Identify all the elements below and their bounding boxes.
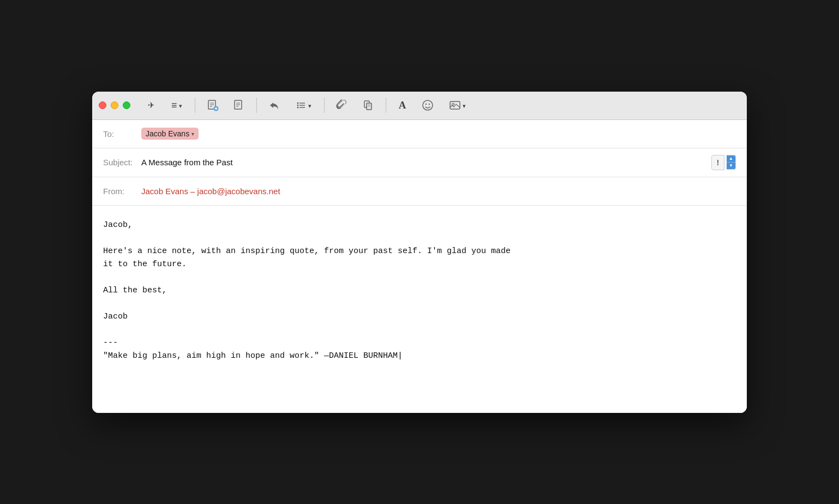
priority-controls: ! ▲ ▼ <box>711 155 736 170</box>
recipient-chevron-icon: ▾ <box>191 131 194 137</box>
svg-point-11 <box>297 103 298 104</box>
attach2-button[interactable] <box>357 95 379 115</box>
svg-point-23 <box>428 104 429 105</box>
separator-2 <box>256 98 257 113</box>
font-button[interactable]: A <box>393 95 412 115</box>
from-value[interactable]: Jacob Evans – jacob@jacobevans.net <box>141 187 280 196</box>
from-label: From: <box>103 187 141 196</box>
close-button[interactable] <box>99 101 106 109</box>
reply-button[interactable] <box>263 95 285 115</box>
subject-row: Subject: A Message from the Past ! ▲ ▼ <box>92 148 747 177</box>
traffic-lights <box>99 101 130 109</box>
minimize-button[interactable] <box>111 101 118 109</box>
attach-icon <box>336 99 348 111</box>
chevron-down-icon <box>179 100 182 110</box>
separator-1 <box>195 98 195 113</box>
bullet-list-button[interactable] <box>290 95 317 115</box>
photo-button[interactable] <box>443 95 472 115</box>
photo-icon <box>449 99 461 111</box>
priority-bang: ! <box>711 155 724 170</box>
cursor <box>398 351 403 361</box>
separator-3 <box>324 98 325 113</box>
new-doc-button[interactable] <box>202 95 224 115</box>
svg-point-21 <box>423 100 433 110</box>
doc-icon <box>233 99 245 111</box>
to-label: To: <box>103 129 141 139</box>
attach2-icon <box>362 99 374 111</box>
svg-point-13 <box>297 105 298 106</box>
email-body[interactable]: Jacob, Here's a nice note, with an inspi… <box>92 206 747 413</box>
to-row: To: Jacob Evans ▾ <box>92 120 747 148</box>
subject-label: Subject: <box>103 158 141 167</box>
list-button[interactable] <box>165 95 188 115</box>
subject-field[interactable]: A Message from the Past <box>141 158 711 167</box>
emoji-icon <box>422 99 434 111</box>
font-icon: A <box>399 99 406 111</box>
priority-up-arrow[interactable]: ▲ <box>727 155 735 163</box>
from-row: From: Jacob Evans – jacob@jacobevans.net <box>92 177 747 206</box>
compose-window: A To: Jacob Evans <box>92 92 747 413</box>
priority-down-arrow[interactable]: ▼ <box>727 163 735 169</box>
reply-icon <box>268 99 280 111</box>
recipient-tag[interactable]: Jacob Evans ▾ <box>141 128 199 140</box>
photo-chevron-icon <box>463 100 466 110</box>
titlebar: A <box>92 92 747 120</box>
send-icon <box>148 100 155 110</box>
compose-area: To: Jacob Evans ▾ Subject: A Message fro… <box>92 120 747 413</box>
separator-4 <box>386 98 386 113</box>
maximize-button[interactable] <box>123 101 130 109</box>
recipient-name: Jacob Evans <box>146 129 189 138</box>
send-button[interactable] <box>141 95 161 115</box>
svg-point-22 <box>425 104 426 105</box>
emoji-button[interactable] <box>417 95 439 115</box>
attach-button[interactable] <box>331 95 353 115</box>
list-icon <box>171 100 177 111</box>
svg-point-15 <box>297 107 298 109</box>
priority-arrows[interactable]: ▲ ▼ <box>727 155 736 169</box>
doc-button[interactable] <box>228 95 250 115</box>
new-doc-icon <box>207 99 219 111</box>
bullet-list-icon <box>296 100 307 111</box>
bullet-list-chevron-icon <box>308 100 311 110</box>
